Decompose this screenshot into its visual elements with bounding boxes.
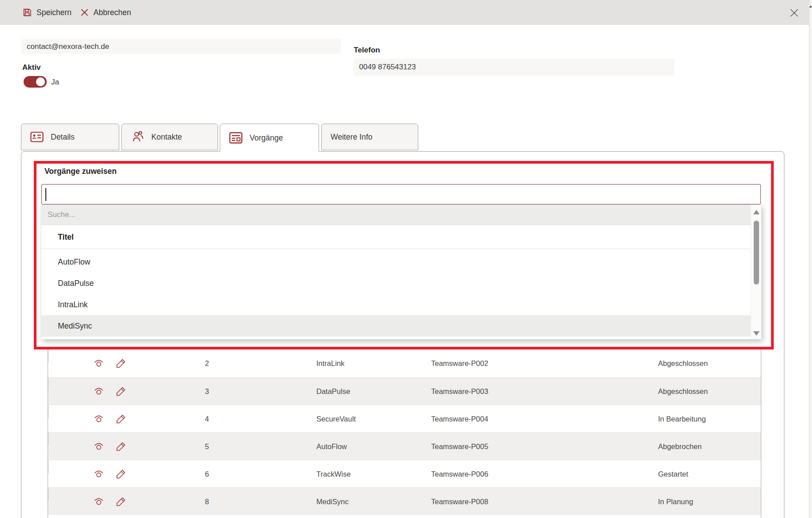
tab-label: Vorgänge bbox=[250, 133, 283, 143]
row-title: AutoFlow bbox=[316, 433, 347, 460]
assign-dropdown: Suche... Titel AutoFlow DataPulse IntraL… bbox=[41, 205, 761, 339]
phone-label: Telefon bbox=[354, 46, 380, 55]
action-divider bbox=[48, 460, 48, 474]
table-row[interactable]: 4 SecureVault Teamsware-P004 In Bearbeit… bbox=[48, 405, 761, 432]
save-label: Speichern bbox=[36, 8, 72, 17]
row-code: Teamsware-P008 bbox=[431, 488, 488, 515]
active-value: Ja bbox=[51, 78, 59, 87]
view-eye-icon[interactable] bbox=[92, 460, 106, 488]
dropdown-scrollbar[interactable] bbox=[751, 205, 761, 339]
dropdown-search-input[interactable]: Suche... bbox=[41, 205, 751, 225]
row-id: 5 bbox=[194, 433, 220, 460]
tab-details[interactable]: Details bbox=[21, 124, 119, 150]
dropdown-item[interactable]: DataPulse bbox=[41, 273, 751, 294]
tab-label: Details bbox=[51, 133, 75, 142]
text-caret bbox=[45, 188, 46, 201]
row-id: 2 bbox=[194, 349, 220, 377]
scroll-up-arrow-icon[interactable] bbox=[809, 5, 812, 8]
row-code: Teamsware-P003 bbox=[431, 377, 488, 405]
toggle-knob bbox=[36, 77, 45, 86]
email-field[interactable]: contact@nexora-tech.de bbox=[21, 39, 341, 54]
cancel-button[interactable]: Abbrechen bbox=[80, 0, 131, 25]
dropdown-item[interactable]: IntraLink bbox=[41, 294, 751, 315]
row-id: 6 bbox=[194, 460, 220, 488]
action-divider bbox=[48, 349, 48, 363]
view-eye-icon[interactable] bbox=[92, 349, 106, 377]
active-label: Aktiv bbox=[22, 63, 41, 72]
action-divider bbox=[48, 405, 48, 418]
table-row[interactable]: 8 MediSync Teamsware-P008 In Planung bbox=[48, 487, 761, 515]
row-status: Abgeschlossen bbox=[658, 349, 708, 377]
view-eye-icon[interactable] bbox=[92, 377, 106, 405]
scroll-up-arrow-icon[interactable] bbox=[753, 210, 759, 214]
row-status: Abgebrochen bbox=[658, 433, 702, 460]
dropdown-item-highlighted[interactable]: MediSync bbox=[41, 315, 751, 337]
cancel-label: Abbrechen bbox=[93, 8, 131, 17]
edit-pencil-icon[interactable] bbox=[114, 349, 128, 377]
tab-vorgaenge[interactable]: Vorgänge bbox=[220, 124, 319, 152]
active-toggle[interactable] bbox=[24, 76, 47, 88]
tab-label: Kontakte bbox=[151, 133, 182, 142]
row-title: DataPulse bbox=[316, 377, 350, 405]
people-icon bbox=[131, 130, 144, 144]
row-code: Teamsware-P005 bbox=[431, 433, 488, 460]
search-placeholder: Suche... bbox=[48, 210, 75, 219]
toolbar: Speichern Abbrechen bbox=[0, 0, 812, 25]
action-divider bbox=[48, 377, 48, 391]
window-scrollbar[interactable] bbox=[809, 0, 812, 518]
row-code: Teamsware-P006 bbox=[431, 460, 488, 488]
row-status: Gestartet bbox=[658, 460, 688, 488]
view-eye-icon[interactable] bbox=[92, 405, 106, 433]
view-eye-icon[interactable] bbox=[92, 433, 106, 460]
row-title: MediSync bbox=[316, 488, 348, 515]
view-eye-icon[interactable] bbox=[92, 488, 106, 515]
form-list-icon bbox=[229, 132, 242, 144]
row-code: Teamsware-P004 bbox=[431, 405, 488, 433]
save-icon bbox=[22, 8, 32, 17]
row-status: In Planung bbox=[658, 488, 693, 515]
row-title: SecureVault bbox=[316, 405, 356, 433]
dropdown-column-header: Titel bbox=[41, 226, 751, 249]
action-divider bbox=[48, 433, 48, 446]
dropdown-item[interactable]: AutoFlow bbox=[41, 251, 751, 273]
window-close-button[interactable] bbox=[788, 6, 801, 20]
vorgaenge-table: 2 IntraLink Teamsware-P002 Abgeschlossen… bbox=[48, 349, 761, 518]
edit-pencil-icon[interactable] bbox=[114, 377, 128, 405]
phone-value: 0049 876543123 bbox=[359, 63, 416, 72]
row-title: TrackWise bbox=[316, 460, 351, 488]
row-status: Abgeschlossen bbox=[658, 377, 708, 405]
tab-weitere-info[interactable]: Weitere Info bbox=[321, 124, 418, 150]
table-row[interactable]: 3 DataPulse Teamsware-P003 Abgeschlossen bbox=[48, 377, 761, 405]
tab-kontakte[interactable]: Kontakte bbox=[121, 124, 218, 150]
edit-pencil-icon[interactable] bbox=[114, 405, 128, 433]
save-button[interactable]: Speichern bbox=[22, 0, 72, 25]
edit-pencil-icon[interactable] bbox=[114, 460, 128, 488]
row-title: IntraLink bbox=[316, 349, 344, 377]
phone-field[interactable]: 0049 876543123 bbox=[354, 59, 675, 76]
assign-section-label: Vorgänge zuweisen bbox=[44, 167, 117, 176]
assign-combobox-input[interactable] bbox=[41, 184, 761, 205]
action-divider bbox=[48, 488, 48, 501]
edit-pencil-icon[interactable] bbox=[114, 488, 128, 515]
table-row[interactable]: 5 AutoFlow Teamsware-P005 Abgebrochen bbox=[48, 432, 761, 460]
row-id: 3 bbox=[194, 377, 220, 405]
cancel-x-icon bbox=[80, 8, 89, 17]
table-row[interactable]: 2 IntraLink Teamsware-P002 Abgeschlossen bbox=[48, 349, 761, 377]
tab-label: Weitere Info bbox=[331, 133, 372, 142]
table-row[interactable]: 6 TrackWise Teamsware-P006 Gestartet bbox=[48, 460, 761, 487]
email-value: contact@nexora-tech.de bbox=[27, 42, 109, 51]
scrollbar-thumb[interactable] bbox=[754, 221, 759, 285]
row-id: 4 bbox=[194, 405, 220, 433]
scroll-down-arrow-icon[interactable] bbox=[753, 331, 759, 336]
contact-card-icon bbox=[30, 131, 44, 143]
row-status: In Bearbeitung bbox=[658, 405, 706, 433]
edit-pencil-icon[interactable] bbox=[114, 433, 128, 460]
row-code: Teamsware-P002 bbox=[431, 349, 488, 377]
row-id: 8 bbox=[194, 488, 220, 515]
